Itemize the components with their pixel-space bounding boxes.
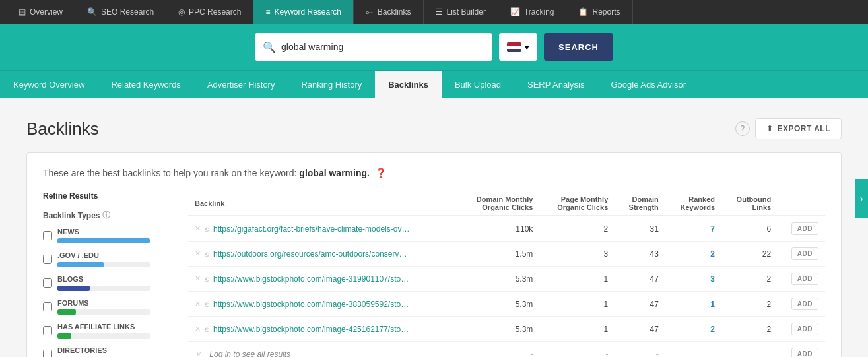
backlink-url[interactable]: https://gigafact.org/fact-briefs/have-cl… bbox=[213, 224, 411, 234]
subnav-google-ads-advisor-label: Google Ads Advisor bbox=[611, 80, 686, 90]
filter-directories-checkbox[interactable] bbox=[43, 350, 52, 357]
backlink-cell: ✕ ⎋ https://outdoors.org/resources/amc-o… bbox=[188, 242, 457, 267]
nav-ppc-research[interactable]: ◎ PPC Research bbox=[166, 0, 253, 24]
nav-tracking[interactable]: 📈 Tracking bbox=[498, 0, 567, 24]
content-layout: Refine Results Backlink Types ⓘ NEWS bbox=[43, 191, 825, 357]
filter-gov-edu-bar-wrap bbox=[57, 262, 150, 267]
subnav-serp-analysis[interactable]: SERP Analysis bbox=[514, 71, 597, 98]
remove-icon[interactable]: ✕ bbox=[195, 325, 201, 333]
chart-icon: ▤ bbox=[18, 7, 26, 16]
nav-list-builder[interactable]: ☰ List Builder bbox=[424, 0, 498, 24]
nav-backlinks[interactable]: ⟜ Backlinks bbox=[354, 0, 424, 24]
add-button[interactable]: ADD bbox=[791, 323, 818, 335]
filter-affiliate-label: HAS AFFILIATE LINKS bbox=[57, 323, 150, 331]
table-row: ✕ ⎋ https://outdoors.org/resources/amc-o… bbox=[188, 242, 825, 267]
nav-seo-research[interactable]: 🔍 SEO Research bbox=[75, 0, 166, 24]
card-description: These are the best backlinks to help you… bbox=[43, 168, 825, 178]
nav-reports[interactable]: 📋 Reports bbox=[566, 0, 632, 24]
remove-icon[interactable]: ✕ bbox=[195, 300, 201, 308]
login-dash-1: - bbox=[457, 342, 539, 358]
login-row-label[interactable]: Log in to see all results bbox=[209, 350, 290, 358]
ranked-keywords: 2 bbox=[665, 242, 721, 267]
filter-gov-edu-checkbox[interactable] bbox=[43, 255, 52, 264]
scroll-right-indicator[interactable]: › bbox=[855, 179, 868, 218]
backlink-url[interactable]: https://www.bigstockphoto.com/image-4251… bbox=[213, 325, 411, 334]
remove-icon[interactable]: ✕ bbox=[195, 249, 201, 258]
ranked-keywords: 1 bbox=[665, 292, 721, 317]
page-monthly-clicks: 1 bbox=[539, 317, 615, 342]
add-button[interactable]: ADD bbox=[791, 348, 818, 357]
backlink-url[interactable]: https://www.bigstockphoto.com/image-3199… bbox=[213, 275, 411, 284]
subnav-advertiser-history[interactable]: Advertiser History bbox=[194, 71, 288, 98]
nav-list-label: List Builder bbox=[447, 7, 486, 16]
page-title: Backlinks bbox=[26, 119, 99, 139]
filter-directories: DIRECTORIES bbox=[43, 346, 175, 357]
nav-seo-label: SEO Research bbox=[101, 7, 154, 16]
domain-strength: 47 bbox=[615, 267, 665, 292]
filter-forums-checkbox[interactable] bbox=[43, 302, 52, 311]
add-action: ADD bbox=[778, 317, 825, 342]
backlink-url[interactable]: https://outdoors.org/resources/amc-outdo… bbox=[213, 249, 411, 259]
external-link-icon: ⎋ bbox=[205, 225, 209, 233]
filter-news-bar-wrap bbox=[57, 238, 150, 243]
subnav-advertiser-history-label: Advertiser History bbox=[207, 80, 275, 90]
subnav-ranking-history[interactable]: Ranking History bbox=[288, 71, 375, 98]
sidebar: Refine Results Backlink Types ⓘ NEWS bbox=[43, 191, 175, 357]
subnav-backlinks[interactable]: Backlinks bbox=[375, 71, 442, 98]
search-button[interactable]: SEARCH bbox=[544, 33, 613, 61]
col-header-backlink: Backlink bbox=[188, 191, 457, 216]
nav-keyword-research[interactable]: ≡ Keyword Research bbox=[253, 0, 353, 24]
external-link-icon: ⎋ bbox=[205, 250, 209, 258]
table-row: ✕ ⎋ https://www.bigstockphoto.com/image-… bbox=[188, 267, 825, 292]
login-add-action: ADD bbox=[778, 342, 825, 358]
page-monthly-clicks: 1 bbox=[539, 267, 615, 292]
filter-affiliate-bar bbox=[57, 333, 71, 339]
col-header-actions bbox=[778, 191, 825, 216]
export-icon: ⬆ bbox=[766, 124, 774, 133]
backlink-types-label: Backlink Types ⓘ bbox=[43, 210, 175, 221]
nav-ppc-label: PPC Research bbox=[189, 7, 241, 16]
subnav-bulk-upload[interactable]: Bulk Upload bbox=[442, 71, 514, 98]
add-button[interactable]: ADD bbox=[791, 273, 818, 285]
backlink-cell: ✕ ⎋ https://www.bigstockphoto.com/image-… bbox=[188, 292, 457, 317]
add-button[interactable]: ADD bbox=[791, 247, 818, 260]
domain-strength: 47 bbox=[615, 317, 665, 342]
filter-gov-edu: .GOV / .EDU bbox=[43, 251, 175, 267]
filter-affiliate: HAS AFFILIATE LINKS bbox=[43, 323, 175, 339]
filter-blogs: BLOGS bbox=[43, 275, 175, 291]
filter-affiliate-bar-wrap bbox=[57, 333, 150, 339]
keyword-highlight: global warming. bbox=[299, 168, 370, 178]
nav-reports-label: Reports bbox=[592, 7, 620, 16]
description-help-icon[interactable]: ❓ bbox=[375, 168, 386, 178]
subnav-keyword-overview[interactable]: Keyword Overview bbox=[0, 71, 98, 98]
domain-monthly-clicks: 5.3m bbox=[457, 267, 539, 292]
subnav-google-ads-advisor[interactable]: Google Ads Advisor bbox=[598, 71, 699, 98]
subnav-related-keywords[interactable]: Related Keywords bbox=[98, 71, 194, 98]
search-icon: 🔍 bbox=[263, 41, 276, 53]
nav-overview[interactable]: ▤ Overview bbox=[7, 0, 75, 24]
backlink-url[interactable]: https://www.bigstockphoto.com/image-3830… bbox=[213, 300, 411, 309]
search-input[interactable] bbox=[281, 42, 484, 52]
sidebar-title: Refine Results bbox=[43, 191, 175, 201]
remove-icon[interactable]: ✕ bbox=[195, 275, 201, 283]
filter-news-checkbox[interactable] bbox=[43, 231, 52, 240]
ranked-keywords: 2 bbox=[665, 317, 721, 342]
add-button[interactable]: ADD bbox=[791, 222, 818, 235]
filter-blogs-bar-wrap bbox=[57, 286, 150, 291]
filter-blogs-checkbox[interactable] bbox=[43, 278, 52, 288]
tracking-icon: 📈 bbox=[510, 7, 520, 16]
add-button[interactable]: ADD bbox=[791, 298, 818, 310]
export-all-button[interactable]: ⬆ EXPORT ALL bbox=[755, 118, 842, 139]
remove-icon[interactable]: ✕ bbox=[195, 224, 201, 233]
domain-monthly-clicks: 5.3m bbox=[457, 292, 539, 317]
filter-affiliate-checkbox[interactable] bbox=[43, 326, 52, 335]
domain-strength: 43 bbox=[615, 242, 665, 267]
ranked-keywords: 7 bbox=[665, 216, 721, 242]
country-selector-button[interactable]: ▾ bbox=[499, 33, 537, 61]
subnav-backlinks-label: Backlinks bbox=[388, 80, 428, 90]
outbound-links: 6 bbox=[721, 216, 778, 242]
help-icon[interactable]: ? bbox=[735, 121, 750, 136]
domain-monthly-clicks: 5.3m bbox=[457, 317, 539, 342]
filter-forums-bar-wrap bbox=[57, 309, 150, 315]
outbound-links: 2 bbox=[721, 292, 778, 317]
